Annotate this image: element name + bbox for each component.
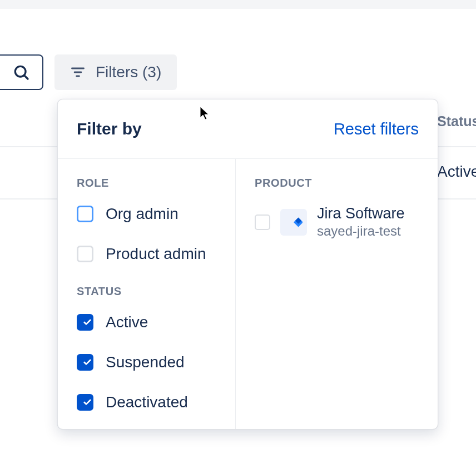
filters-button[interactable]: Filters (3)	[54, 54, 177, 90]
filter-option-label: Active	[106, 313, 148, 331]
table-header-status: Status	[437, 113, 476, 129]
filter-column-right: PRODUCT Jira Software sayed-jira-test	[236, 159, 438, 429]
product-subtitle: sayed-jira-test	[317, 223, 405, 239]
checkbox-unchecked-icon	[255, 214, 270, 230]
filters-label: Filters (3)	[96, 63, 161, 81]
filter-option-jira-software[interactable]: Jira Software sayed-jira-test	[255, 205, 419, 239]
filter-option-label: Org admin	[106, 205, 178, 223]
filter-option-active[interactable]: Active	[77, 313, 216, 331]
filter-option-deactivated[interactable]: Deactivated	[77, 393, 216, 411]
filter-column-left: ROLE Org admin Product admin STATUS Acti…	[58, 159, 236, 429]
section-label-role: ROLE	[77, 177, 216, 189]
checkbox-checked-icon	[77, 394, 93, 411]
checkbox-checked-icon	[77, 314, 93, 331]
checkbox-checked-icon	[77, 354, 93, 371]
filter-option-label: Suspended	[106, 353, 185, 371]
search-button[interactable]	[0, 54, 43, 90]
filter-option-suspended[interactable]: Suspended	[77, 353, 216, 371]
product-info: Jira Software sayed-jira-test	[317, 205, 405, 239]
popover-body: ROLE Org admin Product admin STATUS Acti…	[58, 159, 438, 429]
checkbox-unchecked-icon	[77, 246, 93, 262]
filter-option-label: Product admin	[106, 245, 206, 263]
popover-title: Filter by	[77, 119, 142, 138]
filter-option-org-admin[interactable]: Org admin	[77, 205, 216, 223]
search-icon	[12, 63, 30, 81]
svg-line-1	[24, 76, 28, 79]
toolbar: Filters (3)	[0, 9, 476, 90]
reset-filters-link[interactable]: Reset filters	[334, 120, 419, 138]
status-value: Active	[437, 163, 476, 181]
popover-header: Filter by Reset filters	[58, 99, 438, 159]
product-name: Jira Software	[317, 205, 405, 222]
jira-icon	[280, 209, 307, 236]
section-label-status: STATUS	[77, 285, 216, 298]
section-label-product: PRODUCT	[255, 177, 419, 189]
filter-option-label: Deactivated	[106, 393, 188, 411]
checkbox-unchecked-icon	[77, 206, 93, 222]
filter-option-product-admin[interactable]: Product admin	[77, 245, 216, 263]
filter-icon	[70, 64, 86, 80]
top-strip	[0, 0, 476, 9]
filter-popover: Filter by Reset filters ROLE Org admin P…	[57, 99, 438, 430]
